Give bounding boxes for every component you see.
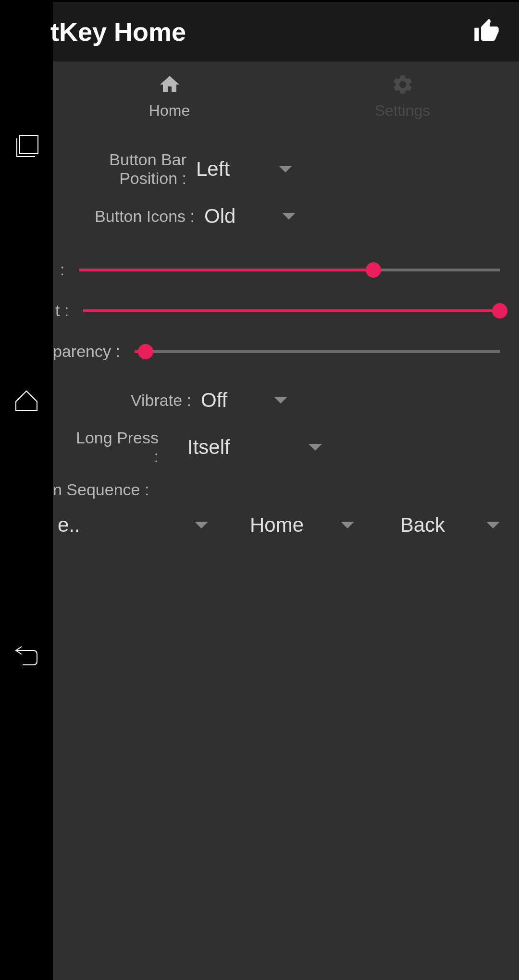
svg-rect-0 bbox=[20, 135, 38, 154]
setting-label: Vibrate : bbox=[72, 391, 201, 410]
slider-label: t : bbox=[55, 301, 83, 320]
tab-home[interactable]: Home bbox=[53, 61, 286, 131]
setting-transparency: parency : bbox=[53, 331, 519, 372]
setting-vibrate: Vibrate : Off bbox=[53, 377, 519, 424]
slider-2[interactable] bbox=[83, 301, 500, 320]
button-bar-sidebar bbox=[0, 2, 53, 980]
tabs: Home Settings bbox=[53, 61, 519, 131]
chevron-down-icon bbox=[279, 166, 292, 172]
dropdown-vibrate[interactable]: Off bbox=[201, 389, 287, 412]
slider-label: : bbox=[60, 260, 79, 279]
gear-icon bbox=[391, 73, 414, 96]
dropdown-value: Old bbox=[204, 205, 272, 228]
chevron-down-icon bbox=[341, 522, 354, 528]
slider-1[interactable] bbox=[79, 260, 500, 280]
dropdown-value: Off bbox=[201, 389, 264, 412]
house-icon bbox=[158, 73, 181, 96]
chevron-down-icon bbox=[282, 213, 296, 220]
dropdown-icons[interactable]: Old bbox=[204, 205, 296, 228]
setting-slider-2: t : bbox=[53, 290, 519, 331]
home-icon[interactable] bbox=[12, 386, 41, 415]
app-title: tKey Home bbox=[50, 17, 186, 47]
dropdown-sequence-3[interactable]: Back bbox=[364, 514, 500, 537]
chevron-down-icon bbox=[486, 522, 500, 528]
slider-transparency[interactable] bbox=[135, 342, 500, 361]
dropdown-value: Left bbox=[196, 158, 269, 181]
dropdown-value: e.. bbox=[58, 514, 190, 537]
setting-label: Button Bar Position : bbox=[72, 150, 196, 188]
chevron-down-icon bbox=[309, 444, 322, 451]
chevron-down-icon bbox=[274, 397, 287, 404]
setting-button-sequence: n Sequence : bbox=[53, 471, 519, 514]
setting-long-press: Long Press : Itself bbox=[53, 424, 519, 471]
dropdown-sequence-2[interactable]: Home bbox=[218, 514, 354, 537]
back-icon[interactable] bbox=[12, 641, 41, 670]
dropdown-value: Home bbox=[218, 514, 335, 537]
dropdown-longpress[interactable]: Itself bbox=[187, 436, 322, 459]
chevron-down-icon bbox=[195, 522, 208, 528]
slider-label: parency : bbox=[53, 342, 135, 361]
setting-label: Button Icons : bbox=[72, 207, 204, 226]
setting-label: Long Press : bbox=[72, 429, 187, 466]
setting-label: n Sequence : bbox=[53, 480, 149, 499]
dropdown-value: Back bbox=[364, 514, 482, 537]
tab-label: Home bbox=[149, 102, 190, 120]
recents-icon[interactable] bbox=[12, 132, 41, 160]
setting-button-bar-position: Button Bar Position : Left bbox=[53, 146, 519, 193]
setting-slider-1: : bbox=[53, 249, 519, 290]
dropdown-value: Itself bbox=[187, 436, 299, 459]
setting-button-icons: Button Icons : Old bbox=[53, 193, 519, 240]
tab-settings[interactable]: Settings bbox=[286, 61, 519, 131]
tab-label: Settings bbox=[375, 102, 431, 120]
dropdown-sequence-1[interactable]: e.. bbox=[72, 514, 208, 537]
thumbs-up-button[interactable] bbox=[473, 18, 500, 46]
sequence-dropdowns: e.. Home Back bbox=[53, 514, 519, 537]
app-header: tKey Home bbox=[53, 2, 519, 61]
svg-marker-1 bbox=[16, 391, 37, 410]
dropdown-position[interactable]: Left bbox=[196, 158, 292, 181]
